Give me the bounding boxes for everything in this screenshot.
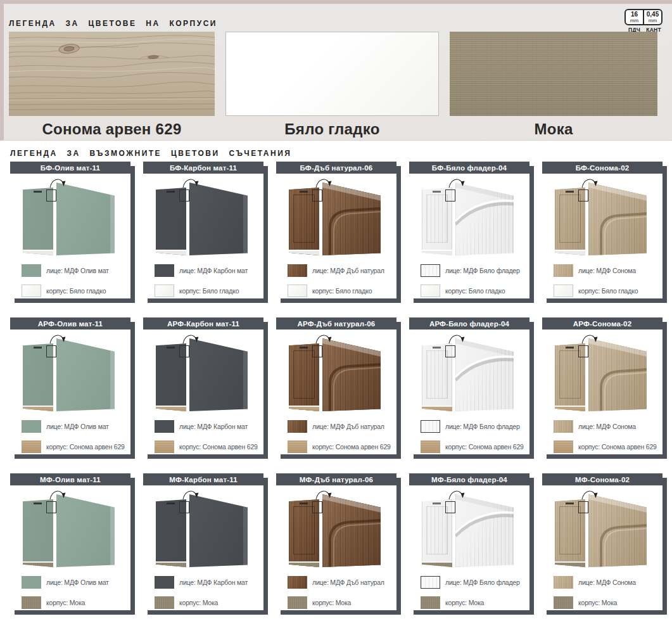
combo-card-title: БФ-Дъб натурал-06 <box>300 164 373 172</box>
door-illustration <box>409 485 529 574</box>
corpus-label: корпус: Мока <box>312 599 351 606</box>
door-plinth <box>23 250 53 255</box>
face-color-swatch <box>288 420 307 433</box>
curved-arrow-icon <box>10 174 130 212</box>
combo-card-header: МФ-Олив мат-11 <box>10 473 130 485</box>
face-color-swatch <box>288 576 307 589</box>
face-legend-row: лице: МДФ Сонома <box>554 576 636 589</box>
face-label: лице: МДФ Сонома <box>578 579 636 586</box>
face-label: лице: МДФ Дъб натурал <box>312 267 384 274</box>
door-illustration <box>143 485 263 574</box>
corpus-label: корпус: Сонома арвен 629 <box>445 443 524 451</box>
door-illustration <box>10 330 130 418</box>
face-legend-row: лице: МДФ Карбон мат <box>155 576 248 589</box>
corpus-label: корпус: Мока <box>445 599 484 606</box>
combos-title: ЛЕГЕНДА ЗА ВЪЗМОЖНИТЕ ЦВЕТОВИ СЪЧЕТАНИЯ <box>10 149 672 158</box>
combo-card-body: лице: МДФ Карбон мат корпус: Бяло гладко <box>143 174 263 298</box>
combo-card-title: АРФ-Сонома-02 <box>573 320 632 328</box>
corpus-legend-row: корпус: Бяло гладко <box>421 285 505 297</box>
face-legend-row: лице: МДФ Бяло фладер <box>421 264 520 277</box>
combo-card-header: МФ-Бяло фладер-04 <box>409 473 529 485</box>
face-label: лице: МДФ Бяло фладер <box>445 579 520 586</box>
door-illustration <box>10 174 130 262</box>
curved-arrow-icon <box>409 330 529 368</box>
pdch-thickness: 16 mm <box>626 10 643 24</box>
corpus-color-swatch <box>155 440 174 453</box>
combo-card-header: БФ-Олив мат-11 <box>10 162 130 174</box>
combo-card-header: БФ-Бяло фладер-04 <box>409 162 529 174</box>
door-illustration <box>409 330 529 418</box>
curved-arrow-icon <box>409 174 529 212</box>
corpus-legend-row: корпус: Сонома арвен 629 <box>288 440 391 453</box>
combo-card-title: МФ-Карбон мат-11 <box>169 476 238 483</box>
curved-arrow-icon <box>542 174 662 212</box>
corpus-label: корпус: Сонома арвен 629 <box>578 443 657 451</box>
door-plinth <box>422 250 452 255</box>
curved-arrow-icon <box>276 485 396 523</box>
face-legend-row: лице: МДФ Бяло фладер <box>421 420 520 433</box>
face-legend-row: лице: МДФ Олив мат <box>22 576 109 589</box>
swatch-sonoma-arven-629 <box>9 32 215 116</box>
combo-card: БФ-Олив мат-11 <box>10 162 130 298</box>
combo-card-header: МФ-Сонома-02 <box>542 473 662 485</box>
combo-card-title: МФ-Сонома-02 <box>575 476 630 483</box>
corpus-label: корпус: Мока <box>46 599 85 606</box>
door-illustration <box>542 174 662 262</box>
face-color-swatch <box>554 264 573 277</box>
combo-card-body: лице: МДФ Сонома корпус: Сонома арвен 62… <box>542 330 662 454</box>
face-label: лице: МДФ Олив мат <box>46 423 109 430</box>
corpus-legend-row: корпус: Мока <box>155 596 218 609</box>
corpus-label: корпус: Бяло гладко <box>312 287 372 295</box>
combo-card-header: МФ-Дъб натурал-06 <box>276 473 396 485</box>
curved-arrow-icon <box>542 485 662 523</box>
combo-cards-grid: БФ-Олив мат-11 <box>10 162 672 610</box>
combo-card-body: лице: МДФ Олив мат корпус: Мока <box>10 485 130 610</box>
corpus-color-swatch <box>22 440 41 453</box>
corpus-color-swatch <box>22 285 41 297</box>
corpus-label: корпус: Бяло гладко <box>46 287 106 295</box>
curved-arrow-icon <box>409 485 529 523</box>
door-plinth <box>555 561 585 567</box>
combo-card-body: лице: МДФ Дъб натурал корпус: Мока <box>276 485 396 610</box>
combo-card-title: АРФ-Олив мат-11 <box>38 320 103 328</box>
combo-card: МФ-Карбон мат-11 <box>143 473 263 610</box>
curved-arrow-icon <box>542 330 662 368</box>
combo-card-header: БФ-Сонома-02 <box>542 162 662 174</box>
corpus-label: корпус: Бяло гладко <box>578 287 638 295</box>
face-legend-row: лице: МДФ Дъб натурал <box>288 576 384 589</box>
door-plinth <box>289 561 319 567</box>
combo-card-title: АРФ-Дъб натурал-06 <box>298 320 376 328</box>
face-color-swatch <box>421 576 440 589</box>
face-label: лице: МДФ Дъб натурал <box>312 423 384 430</box>
swatch-label-sonoma: Сонома арвен 629 <box>9 120 215 138</box>
curved-arrow-icon <box>10 330 130 368</box>
face-label: лице: МДФ Карбон мат <box>179 423 248 430</box>
corpus-color-swatch <box>554 285 573 297</box>
swatch-moka <box>450 32 657 116</box>
door-illustration <box>542 330 662 418</box>
door-illustration <box>143 174 263 262</box>
corpus-color-swatch <box>421 596 440 609</box>
corpus-label: корпус: Бяло гладко <box>445 287 505 295</box>
door-illustration <box>276 174 396 262</box>
combo-card: АРФ-Дъб натурал-06 <box>276 317 396 454</box>
curved-arrow-icon <box>143 174 263 212</box>
swatch-label-moka: Мока <box>450 120 657 138</box>
swatch-bialo-gladko <box>225 32 439 116</box>
combo-card-body: лице: МДФ Сонома корпус: Бяло гладко <box>542 174 662 298</box>
face-legend-row: лице: МДФ Бяло фладер <box>421 576 520 589</box>
face-legend-row: лице: МДФ Карбон мат <box>155 420 248 433</box>
corpus-color-swatch <box>554 440 573 453</box>
corpus-color-swatch <box>155 285 174 297</box>
door-plinth <box>156 561 186 567</box>
curved-arrow-icon <box>143 485 263 523</box>
combo-card-body: лице: МДФ Олив мат корпус: Бяло гладко <box>10 174 130 298</box>
corpus-label: корпус: Мока <box>179 599 218 606</box>
corpus-legend-row: корпус: Сонома арвен 629 <box>155 440 258 453</box>
corpus-swatches <box>9 32 672 116</box>
corpus-legend-row: корпус: Мока <box>554 596 617 609</box>
combo-card-header: БФ-Дъб натурал-06 <box>276 162 396 174</box>
combo-card-body: лице: МДФ Бяло фладер корпус: Бяло гладк… <box>409 174 529 298</box>
door-illustration <box>276 330 396 418</box>
door-illustration <box>143 330 263 418</box>
